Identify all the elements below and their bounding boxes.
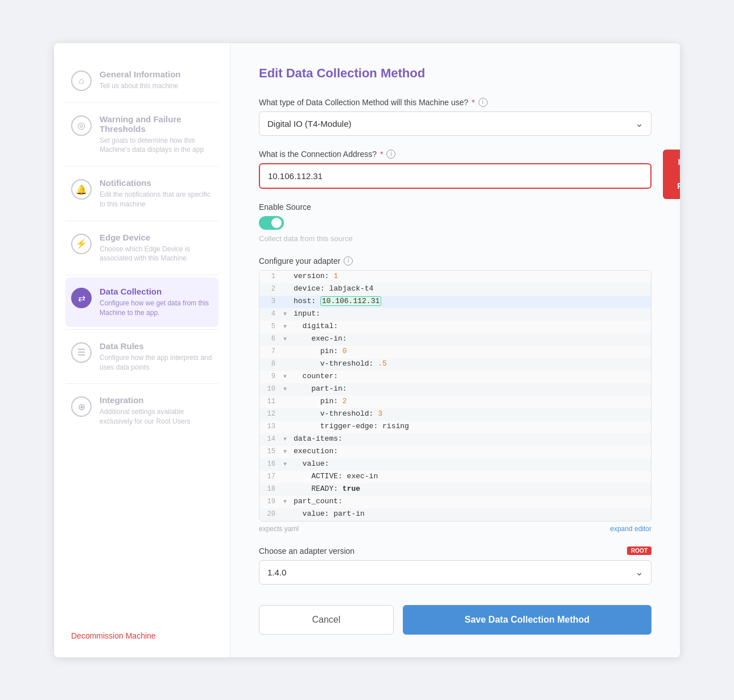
code-line-1: 1version: 1: [259, 271, 651, 283]
code-line-8: 8 v-threshold: .5: [259, 358, 651, 371]
code-line-10: 10▼ part-in:: [259, 383, 651, 396]
sidebar-icon-notifications: 🔔: [71, 179, 92, 200]
configure-adapter-section: Configure your adapter i 1version: 12dev…: [259, 256, 651, 533]
main-content: Edit Data Collection Method What type of…: [230, 43, 680, 657]
sidebar-desc-general-information: Tell us about this machine: [100, 81, 181, 91]
enable-source-section: Enable Source Collect data from this sou…: [259, 202, 651, 243]
sidebar-item-general-information[interactable]: ⌂ General Information Tell us about this…: [65, 60, 218, 100]
button-row: Cancel Save Data Collection Method: [259, 605, 651, 635]
code-line-19: 19▼part_count:: [259, 496, 651, 508]
connection-address-input[interactable]: [259, 163, 651, 189]
code-line-9: 9▼ counter:: [259, 371, 651, 383]
expand-editor-button[interactable]: expand editor: [610, 525, 651, 533]
line-number-4: 4: [259, 309, 281, 319]
sidebar-icon-integration: ⊕: [71, 396, 92, 417]
sidebar: ⌂ General Information Tell us about this…: [54, 43, 230, 657]
cancel-button[interactable]: Cancel: [259, 605, 394, 635]
sidebar-label-data-rules: Data Rules: [100, 341, 213, 351]
code-editor[interactable]: 1version: 12device: labjack-t43host: 10.…: [259, 270, 651, 521]
sidebar-label-notifications: Notifications: [100, 178, 213, 188]
sidebar-item-integration[interactable]: ⊕ Integration Additional settings availa…: [65, 386, 218, 436]
code-line-5: 5▼ digital:: [259, 321, 651, 333]
line-content-4: input:: [289, 308, 651, 319]
line-number-17: 17: [259, 471, 281, 482]
fold-arrow-6[interactable]: ▼: [281, 336, 289, 342]
sidebar-item-data-rules[interactable]: ☰ Data Rules Configure how the app inter…: [65, 332, 218, 382]
line-content-1: version: 1: [289, 271, 651, 281]
adapter-version-select[interactable]: 1.4.0: [259, 560, 651, 585]
code-line-11: 11 pin: 2: [259, 396, 651, 408]
fold-arrow-14[interactable]: ▼: [281, 436, 289, 442]
code-line-7: 7 pin: 0: [259, 346, 651, 358]
enable-source-toggle[interactable]: [259, 216, 284, 230]
editor-footer: expects yaml expand editor: [259, 525, 651, 533]
line-content-6: exec-in:: [289, 333, 651, 344]
line-content-18: READY: true: [289, 483, 651, 494]
sidebar-item-data-collection[interactable]: ⇄ Data Collection Configure how we get d…: [65, 277, 218, 327]
fold-arrow-19[interactable]: ▼: [281, 499, 289, 505]
root-badge: ROOT: [627, 546, 651, 555]
configure-adapter-info-icon[interactable]: i: [344, 256, 353, 266]
configure-adapter-label: Configure your adapter i: [259, 256, 651, 266]
fold-arrow-9[interactable]: ▼: [281, 374, 289, 380]
line-content-5: digital:: [289, 321, 651, 332]
code-line-3: 3host: 10.106.112.31: [259, 296, 651, 308]
sidebar-desc-integration: Additional settings available exclusivel…: [100, 407, 213, 426]
sidebar-desc-edge-device: Choose which Edge Device is associated w…: [100, 245, 213, 264]
line-content-10: part-in:: [289, 383, 651, 394]
code-line-2: 2device: labjack-t4: [259, 283, 651, 296]
line-number-8: 8: [259, 359, 281, 369]
line-number-10: 10: [259, 384, 281, 394]
collection-type-select[interactable]: Digital IO (T4-Module): [259, 111, 651, 136]
sidebar-icon-data-collection: ⇄: [71, 288, 92, 308]
connection-address-section: What is the Connection Address? * i IP A…: [259, 150, 651, 189]
code-line-13: 13 trigger-edge: rising: [259, 421, 651, 433]
line-content-14: data-items:: [289, 433, 651, 444]
line-content-20: value: part-in: [289, 508, 651, 519]
sidebar-desc-data-collection: Configure how we get data from this Mach…: [100, 299, 213, 318]
collection-type-info-icon[interactable]: i: [479, 98, 488, 107]
fold-arrow-5[interactable]: ▼: [281, 324, 289, 330]
line-number-6: 6: [259, 334, 281, 344]
adapter-version-section: Choose an adapter version ROOT 1.4.0 ⌄: [259, 546, 651, 585]
fold-arrow-15[interactable]: ▼: [281, 449, 289, 455]
sidebar-item-notifications[interactable]: 🔔 Notifications Edit the notifications t…: [65, 169, 218, 218]
line-number-1: 1: [259, 271, 281, 281]
line-content-19: part_count:: [289, 496, 651, 507]
sidebar-label-general-information: General Information: [100, 69, 181, 79]
line-content-16: value:: [289, 458, 651, 469]
line-content-13: trigger-edge: rising: [289, 421, 651, 432]
line-content-12: v-threshold: 3: [289, 408, 651, 419]
line-number-14: 14: [259, 434, 281, 444]
sidebar-text-edge-device: Edge Device Choose which Edge Device is …: [100, 233, 213, 264]
annotation-box: IP ADDRESSES MUST MATCH WHAT IS PROGRAMM…: [663, 150, 680, 199]
adapter-version-label: Choose an adapter version: [259, 546, 354, 556]
code-line-15: 15▼execution:: [259, 446, 651, 458]
sidebar-item-edge-device[interactable]: ⚡ Edge Device Choose which Edge Device i…: [65, 223, 218, 273]
adapter-version-row: Choose an adapter version ROOT: [259, 546, 651, 556]
connection-address-info-icon[interactable]: i: [386, 150, 395, 159]
fold-arrow-4[interactable]: ▼: [281, 311, 289, 317]
line-number-18: 18: [259, 484, 281, 494]
code-line-4: 4▼input:: [259, 308, 651, 321]
decommission-link[interactable]: Decommission Machine: [65, 620, 218, 640]
line-number-2: 2: [259, 284, 281, 294]
sidebar-item-warning-failure[interactable]: ◎ Warning and Failure Thresholds Set goa…: [65, 105, 218, 164]
line-content-11: pin: 2: [289, 396, 651, 407]
code-line-17: 17 ACTIVE: exec-in: [259, 471, 651, 483]
save-button[interactable]: Save Data Collection Method: [403, 605, 651, 635]
collection-type-section: What type of Data Collection Method will…: [259, 98, 651, 136]
host-highlight: 10.106.112.31: [320, 296, 381, 306]
fold-arrow-10[interactable]: ▼: [281, 386, 289, 392]
sidebar-icon-warning-failure: ◎: [71, 115, 92, 136]
enable-source-label: Enable Source: [259, 202, 651, 212]
line-content-2: device: labjack-t4: [289, 283, 651, 294]
expects-yaml-label: expects yaml: [259, 525, 299, 533]
sidebar-text-data-collection: Data Collection Configure how we get dat…: [100, 287, 213, 318]
line-number-13: 13: [259, 421, 281, 432]
line-number-16: 16: [259, 459, 281, 469]
sidebar-label-edge-device: Edge Device: [100, 233, 213, 242]
collect-from-source-label: Collect data from this source: [259, 234, 651, 243]
fold-arrow-16[interactable]: ▼: [281, 461, 289, 467]
line-number-9: 9: [259, 371, 281, 382]
